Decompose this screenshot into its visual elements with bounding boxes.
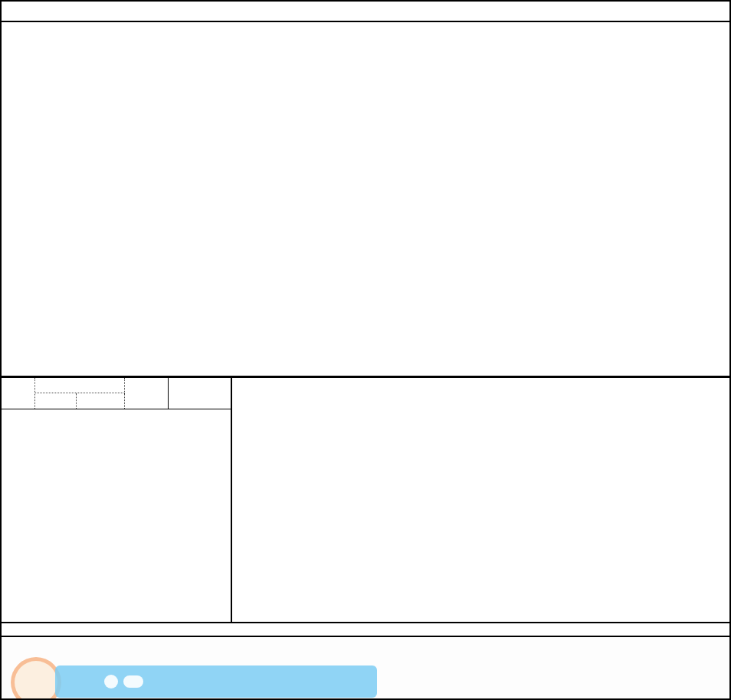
header-zodiac xyxy=(2,378,35,409)
watermark xyxy=(55,665,377,698)
watermark-decor-dot xyxy=(104,675,118,688)
middle-section xyxy=(2,378,729,623)
zodiac-stats-header xyxy=(2,378,231,409)
summary-panel xyxy=(232,378,729,622)
zodiac-stats-table xyxy=(2,378,232,622)
special-code-table xyxy=(2,22,729,378)
header-after-change xyxy=(77,393,125,409)
watermark-decor-blob xyxy=(123,675,143,688)
note-row xyxy=(2,623,729,637)
lottery-stats-page xyxy=(0,0,731,700)
header-opened-count xyxy=(35,378,125,393)
page-title xyxy=(2,2,729,22)
header-before-change xyxy=(35,393,77,409)
header-unopened-period xyxy=(169,378,231,409)
header-recent-period xyxy=(125,378,169,409)
